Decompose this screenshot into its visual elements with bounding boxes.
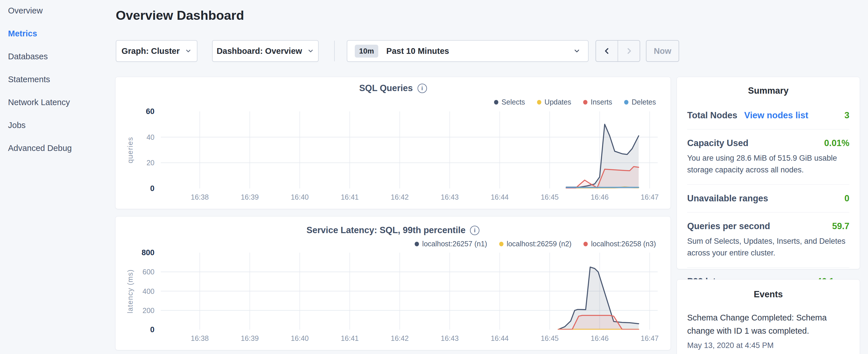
legend-label: Selects: [501, 98, 525, 106]
event-timestamp: May 13, 2020 at 4:45 PM: [687, 341, 849, 350]
legend-dot-icon: [583, 100, 587, 104]
divider: [687, 129, 849, 129]
legend-item: Inserts: [583, 98, 612, 106]
sidebar: Overview Metrics Databases Statements Ne…: [0, 0, 115, 354]
y-axis-tick-label: 200: [117, 305, 154, 315]
now-button[interactable]: Now: [646, 40, 679, 62]
service-latency-chart-card: Service Latency: SQL, 99th percentile i …: [115, 216, 671, 350]
legend-label: Deletes: [631, 98, 656, 106]
x-axis-tick-label: 16:43: [428, 193, 471, 201]
y-axis-tick-label: 400: [117, 286, 154, 296]
x-axis-tick-label: 16:40: [278, 334, 321, 343]
x-axis-tick-label: 16:42: [378, 193, 421, 201]
sidebar-item-statements[interactable]: Statements: [8, 74, 115, 85]
chart-legend: SelectsUpdatesInsertsDeletes: [494, 98, 656, 106]
summary-row-unavailable-ranges: Unavailable ranges 0: [687, 193, 849, 204]
chart-title: SQL Queries: [359, 83, 413, 93]
y-axis-tick-label: 40: [117, 132, 154, 142]
chevron-down-icon: [185, 47, 192, 55]
summary-row-label: Queries per second: [687, 221, 770, 231]
x-axis-tick-label: 16:38: [178, 334, 221, 343]
x-axis-tick-label: 16:40: [278, 193, 321, 201]
y-axis-tick-label: 60: [117, 106, 154, 116]
x-axis-tick-label: 16:43: [428, 334, 471, 343]
sidebar-item-metrics[interactable]: Metrics: [8, 28, 115, 39]
sidebar-item-advanced-debug[interactable]: Advanced Debug: [8, 142, 115, 154]
x-axis-tick-label: 16:39: [228, 193, 271, 201]
next-time-button[interactable]: [618, 41, 640, 61]
summary-row-label: Capacity Used: [687, 138, 748, 148]
service-latency-plot[interactable]: [161, 253, 658, 330]
x-axis-tick-label: 16:46: [578, 334, 621, 343]
time-range-badge: 10m: [355, 45, 378, 58]
time-range-label: Past 10 Minutes: [386, 46, 449, 56]
summary-row-value: 59.7: [832, 221, 849, 231]
sidebar-item-jobs[interactable]: Jobs: [8, 120, 115, 131]
x-axis-tick-label: 16:44: [478, 193, 521, 201]
summary-row-value: 0: [844, 193, 849, 204]
summary-row-label: Total Nodes: [687, 110, 737, 121]
sidebar-item-overview[interactable]: Overview: [8, 5, 115, 16]
y-axis-tick-label: 20: [117, 158, 154, 167]
x-axis-tick-label: 16:45: [528, 334, 571, 343]
page-title: Overview Dashboard: [116, 8, 244, 23]
legend-dot-icon: [494, 100, 498, 104]
legend-label: Inserts: [591, 98, 612, 106]
time-range-selector[interactable]: 10m Past 10 Minutes: [347, 40, 589, 62]
chart-legend: localhost:26257 (n1)localhost:26259 (n2)…: [415, 240, 656, 248]
graph-dropdown-label: Graph: Cluster: [122, 46, 180, 56]
chevron-right-icon: [625, 47, 633, 55]
x-axis-tick-label: 16:44: [478, 334, 521, 343]
sql-queries-chart-card: SQL Queries i SelectsUpdatesInsertsDelet…: [115, 77, 671, 209]
summary-row-description: Sum of Selects, Updates, Inserts, and De…: [687, 235, 849, 259]
y-axis-tick-label: 600: [117, 267, 154, 277]
x-axis-tick-label: 16:41: [328, 193, 371, 201]
legend-item: Deletes: [624, 98, 656, 106]
divider: [687, 267, 849, 268]
x-axis-tick-label: 16:39: [228, 334, 271, 343]
summary-row-capacity-used: Capacity Used 0.01% You are using 28.6 M…: [687, 138, 849, 176]
previous-time-button[interactable]: [596, 41, 618, 61]
x-axis-tick-label: 16:46: [578, 193, 621, 201]
x-axis-tick-label: 16:47: [628, 193, 671, 201]
legend-dot-icon: [537, 100, 541, 104]
summary-row-total-nodes: Total Nodes View nodes list 3: [687, 110, 849, 121]
legend-item: Updates: [537, 98, 571, 106]
sidebar-item-databases[interactable]: Databases: [8, 51, 115, 62]
y-axis-tick-label: 0: [117, 325, 154, 334]
events-panel: Events Schema Change Completed: Schema c…: [677, 279, 860, 354]
sidebar-item-network-latency[interactable]: Network Latency: [8, 97, 115, 108]
chevron-down-icon: [573, 47, 581, 55]
summary-row-value: 3: [844, 110, 849, 121]
event-list-item[interactable]: Schema Change Completed: Schema change w…: [687, 311, 849, 350]
x-axis-tick-label: 16:42: [378, 334, 421, 343]
divider: [687, 212, 849, 213]
info-icon[interactable]: i: [417, 84, 427, 93]
x-axis-tick-label: 16:45: [528, 193, 571, 201]
y-axis-tick-label: 0: [117, 184, 154, 193]
y-axis-tick-label: 800: [117, 248, 154, 257]
info-icon[interactable]: i: [470, 226, 479, 235]
summary-panel: Summary Total Nodes View nodes list 3 Ca…: [677, 77, 860, 269]
legend-label: localhost:26259 (n2): [507, 240, 572, 248]
legend-item: localhost:26259 (n2): [499, 240, 572, 248]
chevron-left-icon: [602, 47, 611, 55]
legend-dot-icon: [499, 242, 503, 246]
sql-queries-plot[interactable]: [161, 111, 658, 189]
legend-item: localhost:26258 (n3): [584, 240, 656, 248]
view-nodes-list-link[interactable]: View nodes list: [744, 110, 808, 121]
chart-title: Service Latency: SQL, 99th percentile: [307, 225, 466, 235]
summary-row-description: You are using 28.6 MiB of 515.9 GiB usab…: [687, 152, 849, 176]
event-text: Schema Change Completed: Schema change w…: [687, 311, 849, 338]
events-title: Events: [687, 289, 849, 299]
legend-label: Updates: [545, 98, 571, 106]
time-step-button-group: [595, 40, 640, 62]
graph-dropdown[interactable]: Graph: Cluster: [116, 40, 197, 62]
dashboard-dropdown[interactable]: Dashboard: Overview: [212, 40, 319, 62]
summary-row-label: Unavailable ranges: [687, 193, 768, 204]
legend-item: Selects: [494, 98, 525, 106]
x-axis-tick-label: 16:41: [328, 334, 371, 343]
legend-dot-icon: [584, 242, 588, 246]
legend-label: localhost:26258 (n3): [591, 240, 656, 248]
chevron-down-icon: [307, 47, 314, 55]
